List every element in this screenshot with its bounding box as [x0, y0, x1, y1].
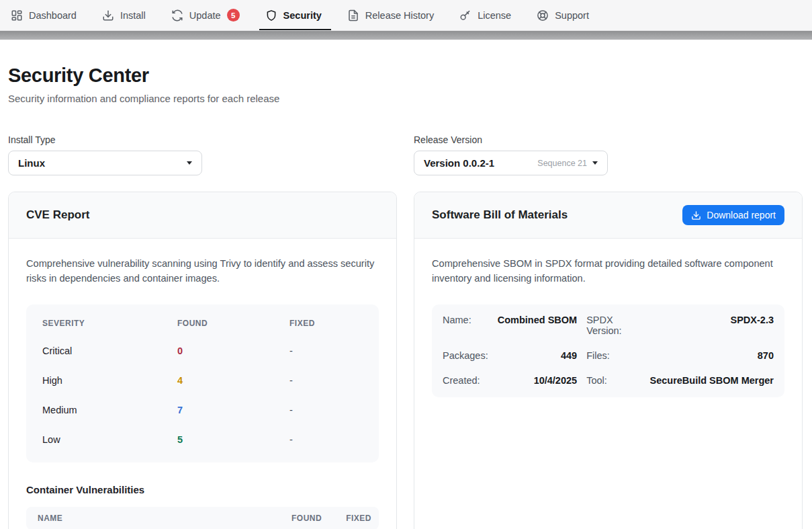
severity-table: SEVERITY FOUND FIXED Critical 0 - High 4… [26, 304, 379, 462]
filters-row: Install Type Linux Release Version Versi… [8, 134, 803, 175]
nav-item-update[interactable]: Update 5 [171, 0, 240, 30]
top-navigation: Dashboard Install Update 5 Security Rele… [0, 0, 812, 31]
download-icon [102, 9, 114, 22]
column-header-name: NAME [38, 514, 267, 523]
nav-item-security[interactable]: Security [265, 0, 322, 30]
download-report-label: Download report [707, 210, 776, 220]
install-type-filter: Install Type Linux [8, 134, 397, 175]
release-version-value: Version 0.0.2-1 [424, 157, 494, 169]
sbom-details-grid: Name: Combined SBOM SPDX Version: SPDX-2… [432, 304, 784, 397]
nav-item-license[interactable]: License [459, 0, 511, 30]
column-header-found: FOUND [291, 514, 322, 523]
nav-label: Security [283, 10, 322, 21]
cve-card-title: CVE Report [26, 208, 89, 222]
severity-table-header: SEVERITY FOUND FIXED [26, 315, 379, 332]
dashboard-icon [11, 9, 23, 22]
nav-label: Install [120, 10, 146, 21]
nav-label: Update [189, 10, 221, 21]
nav-item-release-history[interactable]: Release History [347, 0, 434, 30]
sbom-name-value: Combined SBOM [498, 315, 577, 325]
nav-item-support[interactable]: Support [537, 0, 589, 30]
sbom-packages-label: Packages: [443, 350, 488, 361]
file-text-icon [347, 9, 359, 22]
nav-label: Support [555, 10, 589, 21]
lifebuoy-icon [537, 9, 549, 22]
sbom-files-label: Files: [586, 350, 640, 361]
install-type-select[interactable]: Linux [8, 151, 202, 175]
column-header-found: FOUND [177, 319, 289, 328]
chevron-down-icon [187, 161, 192, 165]
chevron-down-icon [592, 161, 598, 165]
nav-item-dashboard[interactable]: Dashboard [11, 0, 77, 30]
sbom-card-header: Software Bill of Materials Download repo… [414, 192, 802, 239]
page-subtitle: Security information and compliance repo… [8, 93, 803, 104]
cve-report-card: CVE Report Comprehensive vulnerability s… [8, 192, 397, 529]
table-row-low: Low 5 - [26, 425, 379, 454]
cve-card-body: Comprehensive vulnerability scanning usi… [9, 239, 396, 529]
column-header-fixed: FIXED [346, 514, 371, 523]
install-type-label: Install Type [8, 134, 397, 145]
sbom-spdx-label: SPDX Version: [586, 315, 640, 336]
nav-label: License [478, 10, 511, 21]
nav-label: Release History [365, 10, 434, 21]
download-icon [691, 210, 701, 220]
high-found-count: 4 [177, 375, 289, 386]
main-content: Security Center Security information and… [0, 65, 812, 529]
table-row-medium: Medium 7 - [26, 395, 379, 425]
sbom-tool-value: SecureBuild SBOM Merger [649, 375, 774, 386]
release-version-select[interactable]: Version 0.0.2-1 Sequence 21 [414, 151, 608, 175]
low-found-count: 5 [177, 434, 289, 445]
update-count-badge: 5 [227, 9, 240, 22]
sbom-files-value: 870 [649, 350, 774, 361]
shield-icon [265, 9, 277, 22]
cve-card-header: CVE Report [9, 192, 396, 239]
sbom-card-title: Software Bill of Materials [432, 208, 568, 222]
install-type-value: Linux [18, 157, 45, 169]
download-report-button[interactable]: Download report [682, 205, 784, 225]
critical-found-count: 0 [177, 345, 289, 356]
sbom-tool-label: Tool: [586, 375, 640, 386]
sbom-created-value: 10/4/2025 [498, 375, 577, 386]
refresh-icon [171, 9, 183, 22]
table-row-critical: Critical 0 - [26, 336, 379, 366]
sbom-card-body: Comprehensive SBOM in SPDX format provid… [414, 239, 802, 415]
sbom-created-label: Created: [443, 375, 488, 386]
container-vulnerabilities-table-header: NAME FOUND FIXED [26, 507, 379, 529]
sbom-description: Comprehensive SBOM in SPDX format provid… [432, 257, 781, 286]
release-version-label: Release Version [414, 134, 803, 145]
medium-found-count: 7 [177, 405, 289, 415]
column-header-severity: SEVERITY [42, 319, 177, 328]
sbom-name-label: Name: [443, 315, 488, 325]
table-row-high: High 4 - [26, 366, 379, 395]
key-icon [459, 9, 471, 22]
nav-item-install[interactable]: Install [102, 0, 146, 30]
page-title: Security Center [8, 65, 803, 87]
sbom-card: Software Bill of Materials Download repo… [414, 192, 803, 529]
gray-divider-band [0, 31, 812, 40]
column-header-fixed: FIXED [289, 319, 363, 328]
sbom-spdx-value: SPDX-2.3 [649, 315, 774, 325]
release-sequence-label: Sequence 21 [537, 159, 587, 168]
cve-description: Comprehensive vulnerability scanning usi… [26, 257, 375, 286]
report-cards: CVE Report Comprehensive vulnerability s… [8, 192, 803, 529]
sbom-packages-value: 449 [498, 350, 577, 361]
release-version-filter: Release Version Version 0.0.2-1 Sequence… [414, 134, 803, 175]
container-vulnerabilities-title: Container Vulnerabilities [26, 484, 379, 495]
nav-label: Dashboard [29, 10, 77, 21]
